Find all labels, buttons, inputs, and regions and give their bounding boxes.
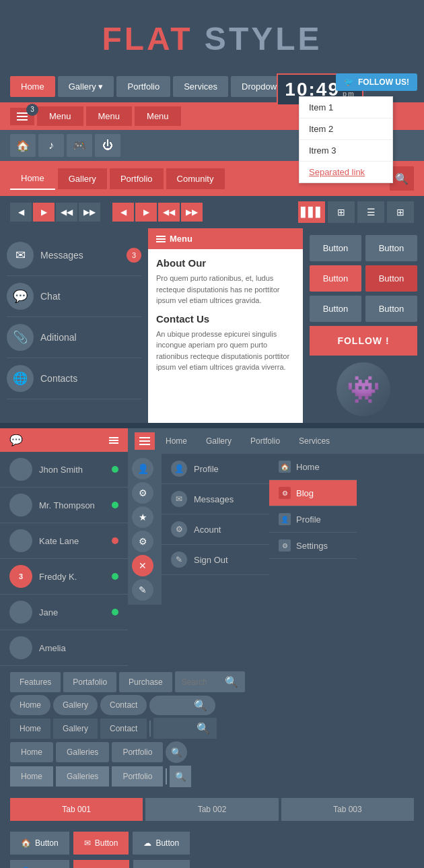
icon-btn-home-1[interactable]: 🏠 Button bbox=[10, 832, 69, 855]
hamburger-icon bbox=[17, 112, 28, 121]
nav-home-btn[interactable]: Home bbox=[10, 76, 55, 97]
icon-btn-user-4[interactable]: 👤 Button bbox=[10, 860, 69, 868]
nav-services-btn2[interactable]: Services bbox=[291, 432, 338, 450]
search-input-3[interactable] bbox=[160, 724, 194, 733]
side-menu-blog[interactable]: ⚙ Blog bbox=[269, 480, 357, 506]
chat-item-2[interactable]: Mr. Thompson bbox=[0, 488, 128, 523]
icon-btn-settings-5[interactable]: ⚙ Button bbox=[73, 860, 130, 868]
search-btn-r5[interactable]: 🔍 bbox=[170, 766, 191, 787]
home-icon-btn[interactable]: 🏠 bbox=[10, 134, 36, 157]
grid-view-btn[interactable]: ⊞ bbox=[328, 201, 355, 223]
icon-btn-star-6[interactable]: ★ Button bbox=[133, 860, 190, 868]
skip-prev2-btn[interactable]: ◀◀ bbox=[158, 203, 180, 222]
button-1[interactable]: Button bbox=[310, 235, 361, 261]
modal-popup: Menu About Our Pro quem purto rationibus… bbox=[148, 228, 303, 423]
twitter-widget[interactable]: 🐦 FOLLOW US! bbox=[336, 73, 417, 91]
profile-item[interactable]: 👤 Profile bbox=[162, 454, 269, 484]
list-view-btn[interactable]: ☰ bbox=[357, 201, 384, 223]
button-2[interactable]: Button bbox=[365, 235, 417, 261]
tile-view-btn[interactable]: ⊞ bbox=[387, 201, 414, 223]
avatar: 👾 bbox=[337, 362, 390, 416]
dropdown-separated[interactable]: Separated link bbox=[299, 162, 392, 182]
button-6[interactable]: Button bbox=[365, 296, 417, 322]
button-4[interactable]: Button bbox=[365, 265, 417, 292]
button-3[interactable]: Button bbox=[310, 265, 361, 292]
gallery-btn-r2[interactable]: Gallery bbox=[53, 695, 98, 715]
dropdown-item2[interactable]: Item 2 bbox=[299, 119, 392, 140]
nav-gallery-btn2[interactable]: Gallery bbox=[198, 432, 240, 450]
chat-item-3[interactable]: Kate Lane bbox=[0, 523, 128, 559]
play2-btn[interactable]: ▶ bbox=[135, 203, 157, 222]
nav4-gallery-btn[interactable]: Gallery bbox=[58, 168, 107, 189]
search-row-5: Home Galleries Portfolio 🔍 bbox=[10, 766, 414, 787]
chat-item-1[interactable]: Jhon Smith bbox=[0, 452, 128, 488]
chat-icon: 💬 bbox=[7, 283, 34, 310]
dropdown-item3[interactable]: Itrem 3 bbox=[299, 140, 392, 162]
skip-next-btn[interactable]: ▶▶ bbox=[79, 203, 100, 222]
portfolio-btn-r4[interactable]: Portfolio bbox=[112, 742, 163, 762]
portfolio-btn[interactable]: Portafolio bbox=[63, 672, 116, 692]
side-menu-settings[interactable]: ⚙ Settings bbox=[269, 533, 357, 559]
galleries-btn-r4[interactable]: Galleries bbox=[56, 742, 109, 762]
search-row-1: Features Portafolio Purchase 🔍 bbox=[10, 671, 414, 692]
nav4-community-btn[interactable]: Comunity bbox=[166, 168, 225, 189]
filmstrip-view-btn[interactable]: ▋▋▋ bbox=[298, 201, 325, 223]
button-5[interactable]: Button bbox=[310, 296, 361, 322]
signout-item[interactable]: ✎ Sign Out bbox=[162, 545, 269, 575]
tab-001[interactable]: Tab 001 bbox=[10, 798, 143, 821]
dropdown-item1[interactable]: Item 1 bbox=[299, 97, 392, 119]
features-btn[interactable]: Features bbox=[10, 672, 61, 692]
search-row-3: Home Gallery Contact 🔍 bbox=[10, 718, 414, 739]
prev-btn[interactable]: ◀ bbox=[10, 203, 32, 222]
nav-services-btn[interactable]: Services bbox=[173, 76, 228, 97]
side-menu-profile[interactable]: 👤 Profile bbox=[269, 506, 357, 533]
account-item[interactable]: ⚙ Acount bbox=[162, 514, 269, 545]
chat-item-5[interactable]: Jane bbox=[0, 595, 128, 630]
modal-contact-title: Contact Us bbox=[156, 313, 295, 325]
nav4-portfolio-btn[interactable]: Portfolio bbox=[110, 168, 164, 189]
follow-button[interactable]: FOLLOW ! bbox=[310, 326, 417, 356]
chat-item-6[interactable]: Amelia bbox=[0, 630, 128, 666]
sidebar-star-icon: ★ bbox=[132, 506, 153, 528]
gallery-btn-r3[interactable]: Gallery bbox=[53, 719, 98, 739]
nav-gallery-btn[interactable]: Gallery ▾ bbox=[58, 76, 114, 97]
home-btn-r5[interactable]: Home bbox=[10, 766, 53, 787]
tab-003[interactable]: Tab 003 bbox=[281, 798, 414, 821]
music-icon-btn[interactable]: ♪ bbox=[38, 134, 64, 157]
menu-btn-3[interactable]: Menu bbox=[135, 106, 181, 126]
nav-portfolio-btn[interactable]: Portfolio bbox=[116, 76, 170, 97]
menu-btn-2[interactable]: Menu bbox=[86, 106, 133, 126]
nav4-search-btn[interactable]: 🔍 bbox=[390, 166, 414, 191]
galleries-btn-r5[interactable]: Galleries bbox=[56, 766, 109, 787]
home-btn-r3[interactable]: Home bbox=[10, 719, 50, 739]
nav4-home-btn[interactable]: Home bbox=[10, 168, 55, 190]
search-input-2[interactable] bbox=[157, 700, 191, 710]
status-dot-4 bbox=[112, 573, 118, 580]
search-round-btn-4[interactable]: 🔍 bbox=[166, 741, 187, 763]
nav-home-btn2[interactable]: Home bbox=[157, 432, 195, 450]
side-menu-home[interactable]: 🏠 Home bbox=[269, 454, 357, 480]
main-content-area: ✉ Messages 3 💬 Chat 📎 Aditional 🌐 Contac… bbox=[0, 228, 424, 423]
home-btn-r4[interactable]: Home bbox=[10, 742, 53, 762]
play-btn[interactable]: ▶ bbox=[33, 203, 55, 222]
skip-next2-btn[interactable]: ▶▶ bbox=[181, 203, 203, 222]
messages-item[interactable]: ✉ Messages bbox=[162, 484, 269, 514]
icon-btn-mail-2[interactable]: ✉ Button bbox=[73, 832, 129, 855]
contact-btn-r3[interactable]: Contact bbox=[100, 719, 147, 739]
chat-item-4[interactable]: 3 Freddy K. bbox=[0, 559, 128, 595]
menu-btn-1[interactable]: Menu bbox=[37, 106, 83, 126]
portfolio-btn-r5[interactable]: Portfolio bbox=[112, 766, 163, 787]
power-icon-btn[interactable]: ⏻ bbox=[95, 134, 120, 157]
sidebar-close-icon: ✕ bbox=[132, 555, 153, 576]
hamburger-icon[interactable] bbox=[135, 432, 155, 450]
skip-prev-btn[interactable]: ◀◀ bbox=[56, 203, 77, 222]
gamepad-icon-btn[interactable]: 🎮 bbox=[67, 134, 92, 157]
prev2-btn[interactable]: ◀ bbox=[112, 203, 134, 222]
icon-btn-cloud-3[interactable]: ☁ Button bbox=[133, 832, 190, 855]
search-input-1[interactable] bbox=[182, 677, 222, 687]
purchase-btn[interactable]: Purchase bbox=[119, 672, 172, 692]
contact-btn-r2[interactable]: Contact bbox=[100, 695, 147, 715]
home-btn-r2[interactable]: Home bbox=[10, 695, 50, 715]
tab-002[interactable]: Tab 002 bbox=[145, 798, 278, 821]
nav-portfolio-btn2[interactable]: Portfolio bbox=[242, 432, 288, 450]
